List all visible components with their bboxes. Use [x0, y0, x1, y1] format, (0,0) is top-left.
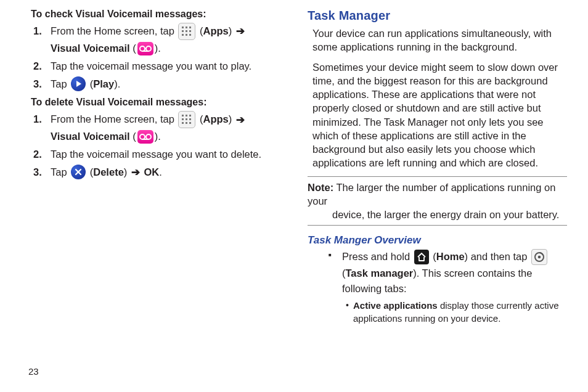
step-text: Tap	[51, 166, 70, 178]
svg-rect-2	[189, 27, 191, 28]
right-column: Task Manager Your device can run applica…	[294, 9, 567, 357]
svg-rect-6	[182, 34, 184, 36]
check-vvm-steps: 1. From the Home screen, tap (Apps) ➔ Vi…	[21, 23, 280, 92]
svg-rect-17	[186, 118, 187, 120]
apps-label: Apps	[203, 114, 229, 125]
step: 3. Tap (Play).	[51, 76, 280, 92]
svg-marker-12	[76, 81, 81, 87]
manual-page: To check Visual Voicemail messages: 1. F…	[0, 0, 588, 357]
svg-point-23	[146, 134, 151, 139]
ok-label: OK	[144, 166, 160, 178]
page-number: 23	[28, 366, 39, 377]
play-icon	[71, 76, 86, 91]
note-box: Note: The larger the number of applicati…	[308, 176, 567, 226]
step: 2. Tap the voicemail message you want to…	[51, 147, 280, 162]
step-text: Tap	[51, 78, 70, 89]
home-label: Home	[436, 251, 465, 262]
home-icon	[414, 250, 429, 264]
task-manager-heading: Task Manager	[308, 9, 567, 23]
vvm-label: Visual Voicemail	[51, 43, 130, 54]
delete-icon	[71, 165, 86, 179]
svg-rect-1	[186, 27, 187, 28]
svg-rect-5	[189, 30, 191, 32]
voicemail-icon	[137, 42, 153, 55]
task-manager-overview-heading: Task Manger Overview	[308, 234, 567, 247]
task-manager-label: Task manager	[346, 267, 414, 279]
svg-point-22	[140, 134, 145, 139]
svg-rect-3	[182, 30, 184, 32]
svg-rect-14	[186, 115, 187, 116]
apps-icon	[178, 111, 195, 128]
note-label: Note:	[308, 182, 333, 193]
svg-rect-21	[189, 122, 191, 124]
step: 2. Tap the voicemail message you want to…	[51, 59, 280, 74]
svg-point-28	[538, 256, 541, 259]
step: 3. Tap (Delete) ➔ OK.	[51, 165, 280, 181]
task-manager-icon	[531, 249, 547, 265]
list-item: Active applications display those curren…	[353, 299, 567, 326]
voicemail-icon	[137, 130, 153, 144]
svg-rect-20	[186, 122, 187, 124]
paragraph: Sometimes your device might seem to slow…	[312, 60, 567, 170]
arrow-icon: ➔	[130, 166, 141, 178]
arrow-icon: ➔	[235, 25, 246, 36]
arrow-icon: ➔	[235, 114, 246, 125]
apps-icon	[178, 23, 195, 40]
step-text: From the Home screen, tap	[51, 25, 177, 36]
play-label: Play	[93, 78, 114, 89]
note-text: The larger the number of applications ru…	[308, 182, 555, 206]
svg-rect-15	[189, 115, 191, 116]
list-item: Press and hold (Home) and then tap	[342, 249, 567, 325]
svg-point-10	[146, 46, 151, 51]
check-vvm-heading: To check Visual Voicemail messages:	[31, 9, 280, 20]
svg-rect-19	[182, 122, 184, 124]
apps-label: Apps	[203, 25, 229, 36]
note-text: device, the larger the energy drain on y…	[308, 208, 567, 221]
svg-rect-7	[186, 34, 187, 36]
svg-rect-0	[182, 27, 184, 28]
step-text: Tap the voicemail message you want to de…	[51, 149, 261, 160]
svg-point-9	[140, 46, 145, 51]
step: 1. From the Home screen, tap (Apps) ➔ Vi…	[51, 23, 280, 56]
step-text: Tap the voicemail message you want to pl…	[51, 60, 251, 71]
active-apps-label: Active applications	[353, 300, 438, 311]
overview-list: Press and hold (Home) and then tap	[308, 249, 567, 325]
svg-rect-13	[182, 115, 184, 116]
vvm-label: Visual Voicemail	[51, 131, 130, 142]
delete-vvm-steps: 1. From the Home screen, tap (Apps) ➔ Vi…	[21, 112, 280, 180]
delete-label: Delete	[93, 166, 124, 178]
svg-rect-4	[186, 30, 187, 32]
delete-vvm-heading: To delete Visual Voicemail messages:	[31, 97, 280, 108]
step-text: From the Home screen, tap	[51, 114, 177, 125]
step: 1. From the Home screen, tap (Apps) ➔ Vi…	[51, 112, 280, 144]
text: and then tap	[468, 251, 530, 262]
svg-rect-8	[189, 34, 191, 36]
left-column: To check Visual Voicemail messages: 1. F…	[21, 9, 294, 357]
tabs-list: Active applications display those curren…	[342, 299, 567, 326]
svg-rect-16	[182, 118, 184, 120]
svg-rect-18	[189, 118, 191, 120]
paragraph: Your device can run applications simulta…	[312, 27, 567, 54]
text: Press and hold	[342, 251, 413, 262]
